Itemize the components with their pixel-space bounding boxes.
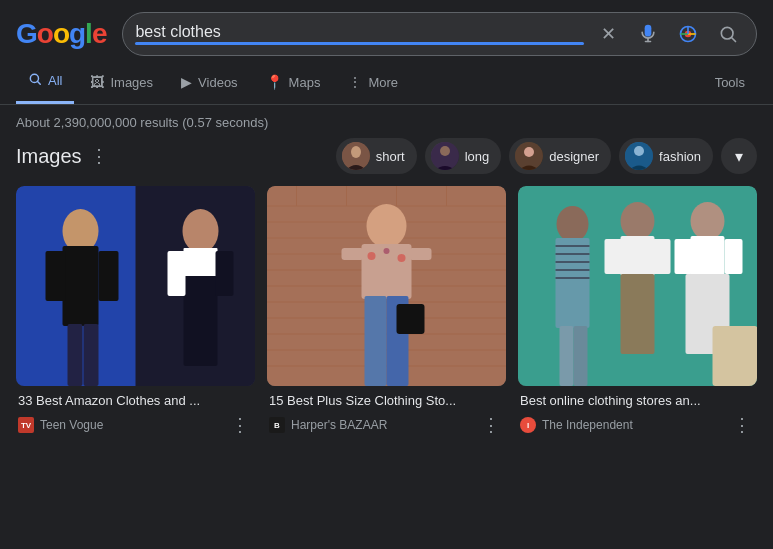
svg-point-11 [440, 146, 450, 156]
results-count: About 2,390,000,000 results (0.57 second… [0, 105, 773, 138]
expand-filters-button[interactable]: ▾ [721, 138, 757, 174]
avatar-short [342, 142, 370, 170]
svg-rect-76 [725, 239, 743, 274]
chip-short[interactable]: short [336, 138, 417, 174]
tab-more[interactable]: ⋮ More [336, 62, 410, 102]
svg-rect-28 [168, 251, 186, 296]
tab-maps[interactable]: 📍 Maps [254, 62, 333, 102]
svg-point-67 [621, 202, 655, 240]
chip-fashion[interactable]: fashion [619, 138, 713, 174]
svg-point-72 [691, 202, 725, 240]
tab-all[interactable]: All [16, 60, 74, 104]
favicon-independent: I [520, 417, 536, 433]
images-header: Images ⋮ short [16, 138, 757, 174]
svg-rect-77 [713, 326, 758, 386]
svg-rect-22 [68, 324, 83, 386]
svg-rect-75 [675, 239, 693, 274]
images-more-options-button[interactable]: ⋮ [90, 147, 108, 165]
microphone-icon [638, 24, 658, 44]
image-thumb-1 [16, 186, 255, 386]
svg-rect-66 [574, 326, 588, 386]
source-name-1: Teen Vogue [40, 418, 103, 432]
card-more-button-3[interactable]: ⋮ [729, 414, 755, 436]
voice-search-button[interactable] [632, 18, 664, 50]
all-icon [28, 72, 42, 89]
avatar-designer [515, 142, 543, 170]
images-section-title: Images [16, 145, 82, 168]
tab-videos[interactable]: ▶ Videos [169, 62, 250, 102]
svg-rect-23 [84, 324, 99, 386]
svg-rect-69 [621, 274, 655, 354]
svg-rect-26 [184, 248, 218, 278]
header: Google ✕ [0, 0, 773, 56]
clear-button[interactable]: ✕ [592, 18, 624, 50]
videos-icon: ▶ [181, 74, 192, 90]
svg-point-50 [384, 248, 390, 254]
image-card-2[interactable]: 15 Best Plus Size Clothing Sto... B Harp… [267, 186, 506, 438]
search-underline [135, 42, 584, 45]
svg-rect-56 [410, 248, 432, 260]
search-input[interactable] [135, 23, 584, 41]
search-bar: ✕ [122, 12, 757, 56]
chip-long[interactable]: long [425, 138, 502, 174]
image-thumb-3 [518, 186, 757, 386]
svg-rect-73 [691, 236, 725, 276]
svg-point-9 [351, 146, 361, 158]
lens-icon [678, 24, 698, 44]
card-more-button-2[interactable]: ⋮ [478, 414, 504, 436]
source-name-3: The Independent [542, 418, 633, 432]
svg-rect-19 [63, 246, 99, 326]
tab-images[interactable]: 🖼 Images [78, 62, 165, 102]
svg-point-25 [183, 209, 219, 253]
search-input-wrapper [135, 23, 584, 45]
svg-point-47 [367, 204, 407, 248]
svg-rect-55 [342, 248, 364, 260]
lens-button[interactable] [672, 18, 704, 50]
nav-tabs: All 🖼 Images ▶ Videos 📍 Maps ⋮ More Tool… [0, 60, 773, 105]
svg-point-58 [557, 206, 589, 242]
image-caption-3: Best online clothing stores an... I The … [518, 386, 757, 438]
image-grid: 33 Best Amazon Clothes and ... TV Teen V… [16, 186, 757, 438]
source-info-1: TV Teen Vogue [18, 417, 103, 433]
chip-designer[interactable]: designer [509, 138, 611, 174]
svg-line-5 [732, 38, 736, 42]
tools-button[interactable]: Tools [703, 63, 757, 102]
svg-rect-70 [605, 239, 623, 274]
image-thumb-2 [267, 186, 506, 386]
svg-rect-54 [397, 304, 425, 334]
svg-point-13 [524, 147, 534, 157]
filter-chips: short long [336, 138, 757, 174]
svg-line-7 [37, 81, 40, 84]
source-info-3: I The Independent [520, 417, 633, 433]
svg-rect-52 [365, 296, 387, 386]
svg-point-51 [398, 254, 406, 262]
svg-rect-59 [556, 238, 590, 328]
image-card-1[interactable]: 33 Best Amazon Clothes and ... TV Teen V… [16, 186, 255, 438]
caption-title-1: 33 Best Amazon Clothes and ... [18, 392, 253, 410]
caption-source-3: I The Independent ⋮ [520, 414, 755, 436]
favicon-bazaar: B [269, 417, 285, 433]
svg-rect-21 [99, 251, 119, 301]
svg-rect-27 [184, 276, 218, 366]
source-info-2: B Harper's BAZAAR [269, 417, 387, 433]
avatar-long [431, 142, 459, 170]
source-name-2: Harper's BAZAAR [291, 418, 387, 432]
svg-rect-65 [560, 326, 574, 386]
caption-source-1: TV Teen Vogue ⋮ [18, 414, 253, 436]
image-caption-2: 15 Best Plus Size Clothing Sto... B Harp… [267, 386, 506, 438]
card-more-button-1[interactable]: ⋮ [227, 414, 253, 436]
caption-title-2: 15 Best Plus Size Clothing Sto... [269, 392, 504, 410]
svg-point-49 [368, 252, 376, 260]
favicon-teen-vogue: TV [18, 417, 34, 433]
svg-rect-29 [216, 251, 234, 296]
chevron-down-icon: ▾ [735, 147, 743, 166]
caption-source-2: B Harper's BAZAAR ⋮ [269, 414, 504, 436]
maps-icon: 📍 [266, 74, 283, 90]
image-caption-1: 33 Best Amazon Clothes and ... TV Teen V… [16, 386, 255, 438]
image-card-3[interactable]: Best online clothing stores an... I The … [518, 186, 757, 438]
svg-rect-71 [653, 239, 671, 274]
clear-icon: ✕ [601, 23, 616, 45]
caption-title-3: Best online clothing stores an... [520, 392, 755, 410]
search-submit-button[interactable] [712, 18, 744, 50]
search-magnifier-icon [718, 24, 738, 44]
